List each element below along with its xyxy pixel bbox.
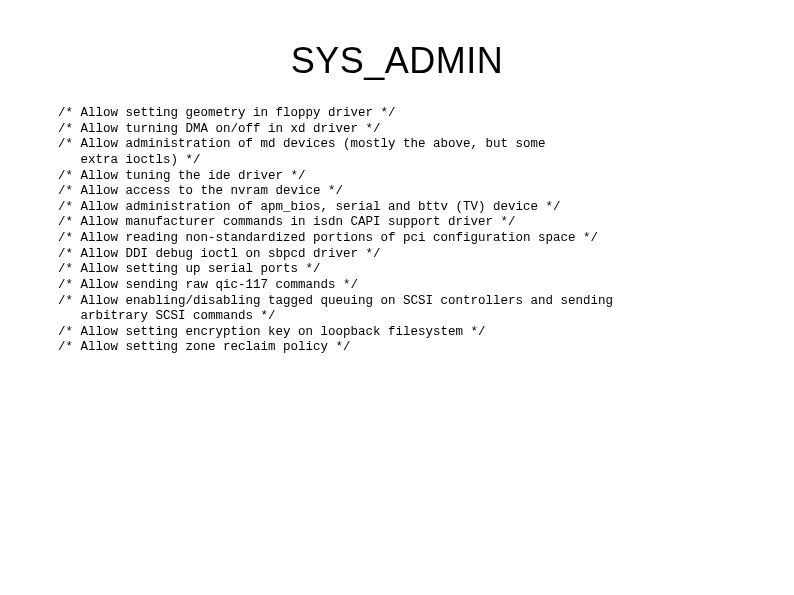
page-title: SYS_ADMIN xyxy=(0,0,794,106)
code-comment-block: /* Allow setting geometry in floppy driv… xyxy=(0,106,794,356)
